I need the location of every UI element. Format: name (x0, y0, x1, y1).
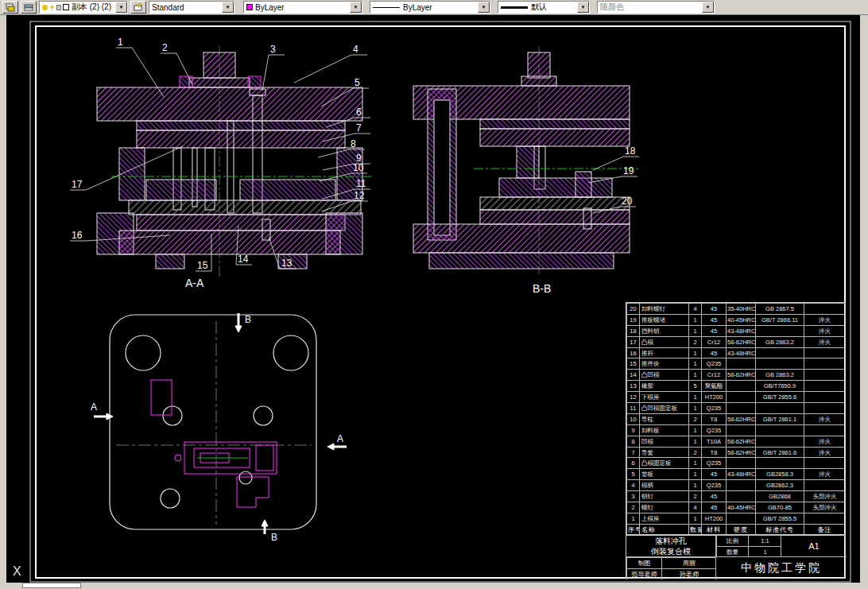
bom-cell (726, 457, 755, 468)
linetype-combo-value: ByLayer (403, 3, 432, 12)
bom-cell: 58-62HRC (726, 336, 755, 347)
bom-cell: GB/T7650.9 (755, 380, 804, 391)
bom-cell: GB2868 (755, 490, 804, 502)
bom-cell: GB70-85 (755, 502, 804, 513)
properties-toolbar: 副本 (2) (2) ▼ Standard ▼ ByLayer ▼ ByLaye… (0, 0, 868, 15)
bom-cell: 19 (626, 314, 639, 325)
bom-cell: 43-48HRC (726, 325, 755, 336)
bom-cell: GB/T 2861.1 (755, 413, 804, 424)
callout-number: 19 (623, 165, 634, 176)
bom-cell: 聚氨酯 (701, 380, 726, 391)
bom-cell: 35-40HRC (726, 303, 755, 314)
bom-cell: Q235 (701, 457, 726, 468)
callout-number: 2 (162, 42, 168, 53)
advisor-label: 指导老师 (626, 568, 661, 579)
callout-number: 10 (353, 162, 364, 173)
callout-number: 7 (356, 122, 362, 134)
bom-cell (726, 380, 755, 391)
text-style-combo[interactable]: Standard ▼ (149, 1, 234, 14)
bom-cell: 淬火 (804, 447, 845, 458)
bom-cell: 45 (701, 325, 726, 336)
bom-cell: 导套 (639, 447, 688, 458)
bom-cell: 凸模 (639, 336, 688, 347)
color-combo[interactable]: ByLayer ▼ (243, 1, 362, 14)
bom-cell: 销钉 (639, 490, 688, 502)
bom-cell: GB 2867.5 (755, 303, 804, 314)
bom-cell: 4 (626, 479, 639, 490)
bom-cell: 推板螺堵 (639, 314, 688, 325)
bom-cell: 2 (688, 447, 701, 458)
bom-cell: 16 (626, 347, 639, 358)
title-block-meta: 比例 1:1 数量 1 (716, 535, 781, 557)
section-aa-label: A-A (185, 277, 204, 289)
chevron-down-icon[interactable]: ▼ (115, 2, 127, 13)
sheet-size: A1 (781, 535, 847, 557)
layer-properties-button[interactable] (2, 1, 18, 14)
chevron-down-icon[interactable]: ▼ (577, 2, 589, 13)
chevron-down-icon[interactable]: ▼ (222, 2, 234, 13)
bom-cell (804, 457, 845, 468)
bom-cell: 头部淬火 (804, 502, 845, 513)
bom-cell: T8 (701, 413, 726, 424)
callout-number: 15 (197, 260, 208, 271)
layer-combo[interactable]: 副本 (2) (2) ▼ (39, 1, 128, 14)
callout-number: 1 (118, 37, 123, 48)
bom-cell: 58-62HRC (726, 436, 755, 447)
bom-cell (726, 402, 755, 413)
layer-on-icon (42, 5, 48, 10)
lineweight-combo[interactable]: 默认 ▼ (498, 1, 590, 14)
layer-states-button[interactable] (21, 1, 37, 14)
bom-cell: HT200 (701, 513, 726, 524)
bom-cell: 1 (688, 391, 701, 402)
bom-cell (804, 402, 845, 413)
ucs-icon: X (13, 564, 21, 578)
plot-style-combo-value: 随颜色 (600, 2, 624, 13)
bom-cell: 淬火 (804, 436, 845, 447)
drawing-canvas[interactable]: A-A B-B (6, 15, 860, 583)
linetype-combo[interactable]: ByLayer ▼ (370, 1, 490, 14)
section-bb-label: B-B (533, 282, 551, 295)
bom-cell: T8 (701, 447, 726, 458)
callout-number: 14 (238, 254, 249, 265)
bom-cell (804, 380, 845, 391)
bom-cell (726, 513, 755, 524)
bom-cell: 40-45HRC (726, 502, 755, 513)
bom-cell: 43-48HRC (726, 347, 755, 358)
drafter-value: 周丽 (661, 557, 716, 568)
lineweight-sample-icon (501, 6, 528, 9)
bom-cell: HT200 (701, 391, 726, 402)
bom-cell: 1 (688, 457, 701, 468)
callout-number: 20 (622, 196, 633, 207)
bom-cell: 45 (701, 490, 726, 502)
callout-number: 12 (354, 190, 365, 201)
bom-cell (755, 325, 804, 336)
scale-label: 比例 (716, 535, 748, 546)
command-input[interactable] (22, 583, 81, 588)
bom-header-cell: 标准代号 (755, 524, 804, 535)
bom-cell: Cr12 (701, 336, 726, 347)
bom-cell: 6 (626, 457, 639, 468)
bom-cell: 45 (701, 303, 726, 314)
bom-cell: 18 (626, 325, 639, 336)
bom-header-cell: 硬度 (726, 524, 755, 535)
lineweight-combo-value: 默认 (531, 2, 547, 13)
bom-header-cell: 材料 (701, 524, 726, 535)
bom-cell (804, 391, 845, 402)
callout-number: 3 (270, 44, 276, 55)
bom-cell: 12 (626, 391, 639, 402)
chevron-down-icon[interactable]: ▼ (350, 2, 362, 13)
bom-cell: 头部淬火 (804, 490, 845, 502)
callout-number: 6 (356, 107, 362, 118)
bom-header-cell: 名称 (639, 524, 688, 535)
linetype-sample-icon (373, 7, 400, 8)
bom-header-cell: 数量 (688, 524, 701, 535)
organization-name: 中物院工学院 (716, 557, 847, 579)
bom-cell: 1 (688, 513, 701, 524)
bom-cell: 45 (701, 468, 726, 479)
bom-cell: GB/T 2855.5 (755, 513, 804, 524)
chevron-down-icon[interactable]: ▼ (478, 2, 490, 13)
bom-cell (726, 358, 755, 369)
bom-cell: GB2862.3 (755, 479, 804, 490)
make-object-layer-button[interactable] (130, 1, 146, 14)
bom-cell: 5 (626, 468, 639, 479)
